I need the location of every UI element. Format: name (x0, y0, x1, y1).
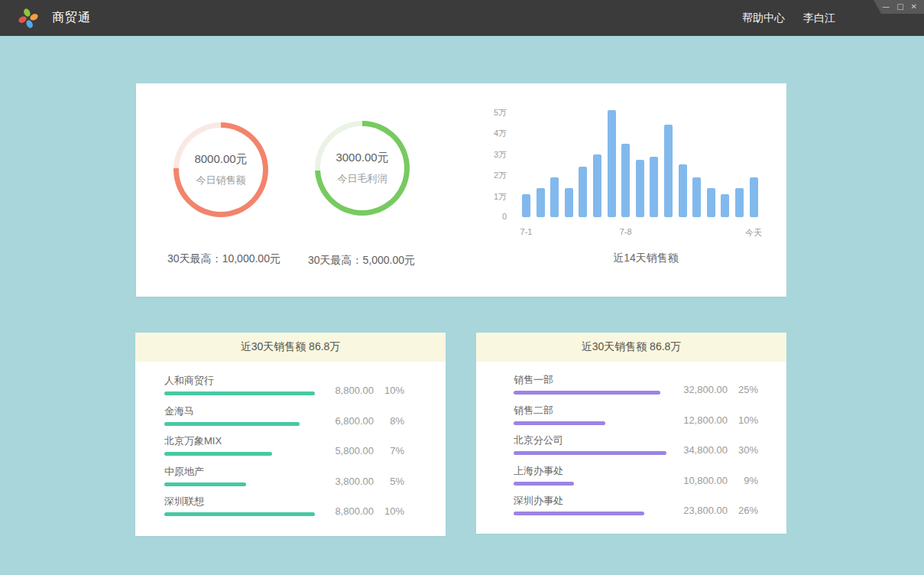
customer-rank-card: 近30天销售额 86.8万 人和商贸行8,800.0010%金海马6,800.0… (135, 333, 446, 536)
today-sales-caption: 今日销售额 (196, 174, 246, 187)
rank-row: 北京万象MIX5,800.007% (164, 435, 404, 466)
rank-item-value: 3,800.00 (335, 476, 374, 487)
rank-item-percent: 9% (728, 475, 758, 486)
rank-item-percent: 5% (374, 476, 404, 487)
rank-item-name: 金海马 (164, 405, 300, 417)
day-sales-bar (522, 194, 530, 217)
rank-item-figures: 34,800.0030% (683, 434, 758, 456)
rank-item-figures: 23,800.0026% (683, 495, 758, 516)
rank-item-name: 销售二部 (514, 404, 605, 416)
help-center-link[interactable]: 帮助中心 (742, 11, 785, 25)
department-rank-title: 近30天销售额 86.8万 (476, 333, 786, 362)
rank-item-value: 6,800.00 (335, 415, 374, 427)
rank-item: 销售一部 (514, 374, 660, 395)
top-bar: 商贸通 帮助中心 李白江 — □ ✕ (0, 0, 924, 36)
rank-item: 北京分公司 (514, 434, 666, 455)
rank-item-name: 北京万象MIX (164, 435, 272, 447)
today-sales-value: 8000.00元 (194, 152, 247, 167)
customer-rank-title: 近30天销售额 86.8万 (135, 333, 446, 362)
rank-row: 人和商贸行8,800.0010% (164, 375, 404, 405)
day-sales-bar (593, 154, 601, 217)
rank-item-bar (164, 422, 300, 426)
rank-row: 北京分公司34,800.0030% (514, 434, 758, 465)
rank-item-figures: 8,800.0010% (335, 495, 404, 517)
rank-row: 金海马6,800.008% (164, 405, 404, 436)
rank-item-name: 北京分公司 (514, 434, 666, 446)
rank-item-bar (514, 482, 574, 486)
rank-list: 人和商贸行8,800.0010%金海马6,800.008%北京万象MIX5,80… (135, 362, 446, 526)
rank-item-value: 12,800.00 (683, 414, 728, 426)
today-profit-caption: 今日毛利润 (338, 172, 387, 186)
day-sales-bar (621, 144, 630, 217)
window-controls: — □ ✕ (871, 0, 924, 14)
maximize-button[interactable]: □ (896, 0, 903, 14)
rank-item: 销售二部 (514, 404, 605, 425)
y-tick-label: 1万 (494, 191, 507, 203)
y-tick-label: 5万 (494, 107, 507, 119)
rank-row: 深圳联想8,800.0010% (164, 495, 404, 526)
user-name-link[interactable]: 李白江 (803, 11, 835, 25)
day-sales-bar (579, 167, 587, 217)
rank-item-percent: 30% (728, 444, 758, 456)
rank-item-figures: 8,800.0010% (335, 375, 404, 396)
today-sales-ring-center: 8000.00元 今日销售额 (179, 128, 263, 212)
sales-30d-max-label: 30天最高：10,000.00元 (167, 252, 280, 266)
rank-item-value: 23,800.00 (683, 505, 728, 516)
rank-item-percent: 10% (374, 505, 404, 517)
rank-row: 销售一部32,800.0025% (514, 374, 758, 404)
rank-item: 深圳联想 (164, 495, 315, 516)
day-sales-bar (537, 188, 545, 217)
rank-item-percent: 26% (728, 505, 758, 516)
days-chart-title: 近14天销售额 (613, 252, 679, 265)
y-tick-label: 2万 (494, 170, 507, 181)
rank-item-figures: 10,800.009% (683, 465, 758, 486)
rank-item-bar (164, 391, 315, 395)
days-bar-plot: 7-17-8今天 (522, 83, 764, 217)
rank-item-percent: 8% (374, 415, 404, 427)
rank-row: 上海办事处10,800.009% (514, 465, 758, 495)
day-sales-bar (664, 125, 673, 217)
day-sales-bar (679, 164, 687, 217)
overview-card: 8000.00元 今日销售额 30天最高：10,000.00元 3000.00元… (136, 83, 786, 297)
rank-item-bar (514, 451, 666, 455)
x-tick-label: 7-8 (620, 227, 632, 236)
rank-item-value: 32,800.00 (683, 384, 728, 395)
day-sales-bar (608, 110, 616, 217)
pinwheel-logo-icon (17, 7, 40, 30)
rank-item-percent: 10% (374, 385, 404, 396)
rank-item-name: 人和商贸行 (164, 375, 315, 386)
rank-item-name: 上海办事处 (514, 465, 574, 476)
rank-item: 中原地产 (164, 466, 246, 486)
rank-item-name: 中原地产 (164, 466, 246, 477)
rank-list: 销售一部32,800.0025%销售二部12,800.0010%北京分公司34,… (476, 362, 786, 525)
y-tick-label: 3万 (494, 149, 507, 161)
today-sales-ring-chart: 8000.00元 今日销售额 (173, 122, 268, 217)
day-sales-bar (707, 188, 715, 217)
rank-item: 金海马 (164, 405, 300, 426)
day-sales-bar (565, 188, 573, 217)
profit-30d-max-label: 30天最高：5,000.00元 (308, 254, 415, 268)
rank-item-percent: 10% (728, 414, 758, 426)
rank-item-value: 5,800.00 (335, 445, 374, 456)
y-tick-label: 4万 (494, 128, 507, 139)
rank-item: 人和商贸行 (164, 375, 315, 395)
rank-item-bar (514, 512, 644, 515)
day-sales-bar (721, 194, 729, 217)
rank-item-bar (164, 452, 272, 456)
days-chart-y-axis: 01万2万3万4万5万 (465, 83, 507, 217)
rank-item-figures: 12,800.0010% (683, 404, 758, 426)
minimize-button[interactable]: — (882, 0, 890, 14)
rank-item-value: 8,800.00 (335, 385, 374, 396)
rank-item: 深圳办事处 (514, 495, 644, 515)
day-sales-bar (636, 160, 644, 217)
rank-row: 中原地产3,800.005% (164, 466, 404, 496)
rank-item-bar (514, 391, 660, 395)
today-profit-ring-center: 3000.00元 今日毛利润 (320, 126, 404, 210)
rank-item-figures: 3,800.005% (335, 466, 404, 487)
rank-item-figures: 32,800.0025% (683, 374, 758, 395)
rank-item-figures: 5,800.007% (335, 435, 404, 456)
x-tick-label: 今天 (745, 227, 762, 239)
close-button[interactable]: ✕ (911, 0, 917, 14)
y-tick-label: 0 (502, 212, 507, 221)
rank-item: 上海办事处 (514, 465, 574, 486)
